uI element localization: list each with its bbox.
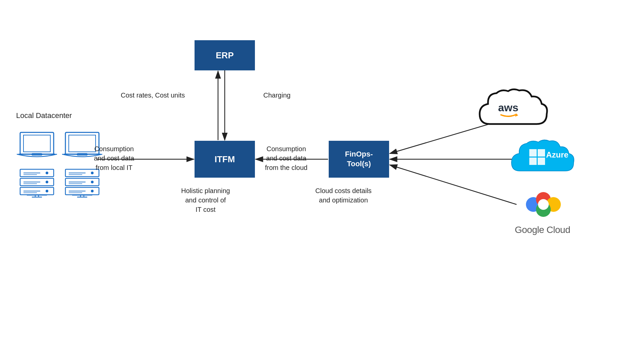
svg-rect-54	[538, 158, 545, 165]
consumption-cloud-label: Consumptionand cost datafrom the cloud	[265, 144, 308, 172]
google-cloud-logo	[523, 188, 564, 221]
erp-label: ERP	[216, 50, 233, 61]
charging-label: Charging	[263, 90, 290, 100]
erp-box: ERP	[195, 40, 255, 70]
aws-cloud-icon: aws	[476, 87, 550, 134]
aws-cloud: aws	[476, 87, 550, 135]
google-cloud-icon-area	[523, 188, 564, 223]
cloud-costs-label: Cloud costs detailsand optimization	[315, 186, 372, 205]
svg-text:Azure: Azure	[546, 150, 569, 159]
azure-cloud-icon: Azure	[510, 137, 577, 181]
finops-label: FinOps-Tool(s)	[345, 149, 373, 169]
svg-point-26	[46, 190, 48, 192]
laptop-icon-1	[17, 131, 57, 161]
svg-rect-14	[69, 135, 96, 152]
svg-point-42	[91, 190, 94, 192]
diagram-container: ERP ITFM FinOps-Tool(s) Local Datacenter	[0, 0, 644, 362]
svg-rect-9	[20, 132, 54, 154]
cost-rates-label: Cost rates, Cost units	[121, 90, 185, 100]
svg-rect-52	[538, 149, 545, 157]
svg-rect-51	[529, 149, 537, 157]
holistic-label: Holistic planningand control ofIT cost	[181, 186, 230, 214]
svg-line-8	[390, 165, 517, 204]
itfm-label: ITFM	[215, 154, 235, 165]
svg-rect-10	[23, 135, 50, 152]
local-datacenter-label: Local Datacenter	[16, 111, 72, 121]
svg-text:aws: aws	[498, 102, 518, 114]
azure-cloud: Azure	[510, 137, 577, 182]
finops-box: FinOps-Tool(s)	[329, 141, 389, 178]
svg-point-18	[46, 172, 48, 174]
consumption-local-label: Consumptionand cost datafrom local IT	[94, 144, 134, 172]
server-icon-1	[17, 168, 57, 198]
svg-rect-53	[529, 158, 537, 165]
svg-point-60	[538, 199, 549, 210]
svg-point-34	[91, 172, 94, 174]
svg-point-38	[91, 181, 94, 183]
itfm-box: ITFM	[195, 141, 255, 178]
svg-point-22	[46, 181, 48, 183]
google-cloud-text-label: Google Cloud	[515, 225, 570, 235]
